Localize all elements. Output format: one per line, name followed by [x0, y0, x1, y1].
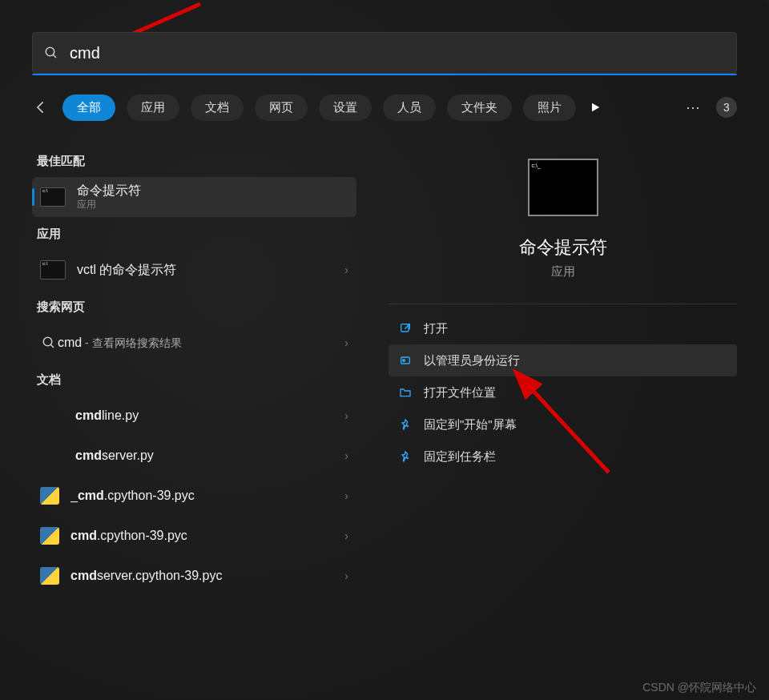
result-app-vctl[interactable]: c:\ vctl 的命令提示符 ›	[32, 250, 356, 290]
filter-tab-web[interactable]: 网页	[255, 95, 308, 121]
svg-rect-5	[401, 324, 409, 332]
filter-tab-apps[interactable]: 应用	[127, 95, 179, 121]
result-web-search[interactable]: cmd - 查看网络搜索结果 ›	[32, 323, 356, 363]
search-underline	[32, 74, 737, 75]
results-panel: 最佳匹配 c:\ 命令提示符 应用 应用 c:\ vctl 的命令提示符 › 搜…	[32, 144, 356, 596]
action-open-location[interactable]: 打开文件位置	[389, 376, 737, 408]
action-label: 打开文件位置	[424, 385, 496, 400]
python-file-icon	[40, 527, 59, 545]
result-doc[interactable]: cmdline.py›	[32, 396, 356, 436]
svg-point-1	[46, 47, 54, 56]
preview-panel: c:\_ 命令提示符 应用 打开以管理员身份运行打开文件位置固定到"开始"屏幕固…	[389, 144, 737, 596]
svg-line-4	[50, 344, 54, 348]
file-icon	[40, 407, 64, 424]
cmd-icon: c:\	[40, 187, 66, 207]
search-window: 全部 应用 文档 网页 设置 人员 文件夹 照片 ⋯ 3 最佳匹配 c:\ 命令…	[0, 0, 769, 700]
filter-tab-folders[interactable]: 文件夹	[447, 95, 512, 121]
result-title: cmd.cpython-39.pyc	[70, 528, 344, 543]
watermark: CSDN @怀院网络中心	[642, 681, 756, 695]
filter-tab-docs[interactable]: 文档	[191, 95, 244, 121]
filter-tab-settings[interactable]: 设置	[319, 95, 372, 121]
chevron-right-icon: ›	[344, 529, 348, 542]
play-icon[interactable]	[587, 99, 603, 115]
search-icon	[40, 334, 58, 352]
chevron-right-icon: ›	[344, 449, 348, 462]
search-icon	[44, 46, 58, 60]
search-bar[interactable]	[32, 32, 737, 74]
chevron-right-icon: ›	[344, 336, 348, 349]
svg-point-8	[403, 360, 405, 362]
chevron-right-icon: ›	[344, 489, 348, 502]
chevron-right-icon: ›	[344, 569, 348, 582]
result-title: cmdserver.py	[75, 448, 344, 463]
result-title: cmd - 查看网络搜索结果	[58, 335, 344, 350]
result-doc[interactable]: _cmd.cpython-39.pyc›	[32, 476, 356, 516]
cmd-preview-icon: c:\_	[528, 159, 598, 216]
shield-icon	[398, 353, 413, 368]
result-doc[interactable]: cmd.cpython-39.pyc›	[32, 516, 356, 556]
preview-sub: 应用	[551, 264, 575, 280]
back-button[interactable]	[32, 98, 51, 117]
result-title: vctl 的命令提示符	[77, 262, 344, 277]
section-apps: 应用	[37, 227, 356, 242]
result-doc[interactable]: cmdserver.py›	[32, 436, 356, 476]
more-button[interactable]: ⋯	[686, 99, 702, 116]
cmd-icon: c:\	[40, 260, 66, 280]
result-sub: 应用	[77, 198, 348, 211]
section-best-match: 最佳匹配	[37, 154, 356, 169]
action-open[interactable]: 打开	[389, 312, 737, 344]
filter-tab-all[interactable]: 全部	[62, 95, 115, 121]
action-label: 固定到"开始"屏幕	[424, 417, 517, 432]
chevron-right-icon: ›	[344, 409, 348, 422]
file-icon	[40, 447, 64, 465]
result-doc[interactable]: cmdserver.cpython-39.pyc›	[32, 556, 356, 596]
count-badge[interactable]: 3	[716, 97, 737, 118]
action-run-admin[interactable]: 以管理员身份运行	[389, 344, 737, 376]
filter-row: 全部 应用 文档 网页 设置 人员 文件夹 照片 ⋯ 3	[32, 91, 737, 123]
open-icon	[398, 321, 413, 336]
svg-point-3	[43, 337, 52, 346]
python-file-icon	[40, 487, 59, 505]
folder-icon	[398, 385, 413, 400]
result-title: _cmd.cpython-39.pyc	[70, 488, 344, 503]
result-title: 命令提示符	[77, 183, 348, 198]
action-label: 固定到任务栏	[424, 449, 496, 465]
section-docs: 文档	[37, 372, 356, 388]
svg-line-2	[53, 54, 56, 58]
action-pin-taskbar[interactable]: 固定到任务栏	[389, 441, 737, 473]
pin-icon	[398, 449, 413, 464]
search-input[interactable]	[68, 43, 725, 63]
action-label: 以管理员身份运行	[424, 353, 520, 368]
filter-tab-people[interactable]: 人员	[383, 95, 436, 121]
chevron-right-icon: ›	[344, 264, 348, 276]
section-web: 搜索网页	[37, 300, 356, 315]
pin-icon	[398, 417, 413, 432]
filter-tab-photos[interactable]: 照片	[523, 95, 576, 121]
action-pin-start[interactable]: 固定到"开始"屏幕	[389, 408, 737, 441]
action-label: 打开	[424, 321, 448, 336]
result-best-match[interactable]: c:\ 命令提示符 应用	[32, 177, 356, 217]
python-file-icon	[40, 567, 59, 585]
result-title: cmdserver.cpython-39.pyc	[70, 568, 344, 583]
result-title: cmdline.py	[75, 408, 344, 423]
divider	[389, 304, 737, 304]
preview-title: 命令提示符	[519, 235, 607, 259]
